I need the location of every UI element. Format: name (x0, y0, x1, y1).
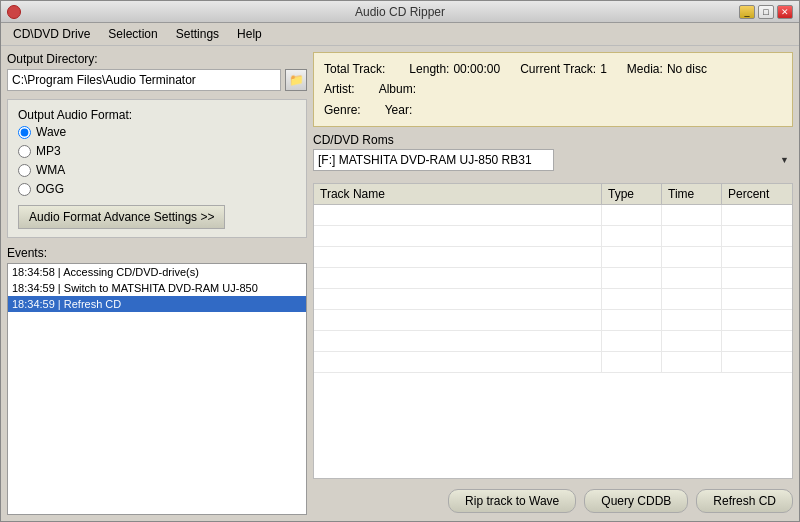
artist-field: Artist: (324, 79, 359, 99)
output-dir-section: Output Directory: 📁 (7, 52, 307, 91)
current-track-value: 1 (600, 59, 607, 79)
output-dir-input[interactable] (7, 69, 281, 91)
radio-mp3: MP3 (18, 144, 296, 158)
ogg-label: OGG (36, 182, 64, 196)
media-value: No disc (667, 59, 707, 79)
drive-select-row: [F:] MATSHITA DVD-RAM UJ-850 RB31 (313, 149, 793, 171)
table-row (314, 289, 792, 310)
event-item: 18:34:59 | Switch to MATSHITA DVD-RAM UJ… (8, 280, 306, 296)
adv-settings-button[interactable]: Audio Format Advance Settings >> (18, 205, 225, 229)
genre-label: Genre: (324, 100, 361, 120)
wave-label: Wave (36, 125, 66, 139)
main-content: Output Directory: 📁 Output Audio Format:… (1, 46, 799, 521)
radio-wma: WMA (18, 163, 296, 177)
length-field: Length: 00:00:00 (409, 59, 500, 79)
length-value: 00:00:00 (453, 59, 500, 79)
info-box: Total Track: Length: 00:00:00 Current Tr… (313, 52, 793, 127)
title-bar-left (7, 5, 21, 19)
table-row (314, 247, 792, 268)
events-section: Events: 18:34:58 | Accessing CD/DVD-driv… (7, 246, 307, 515)
audio-format-section: Output Audio Format: Wave MP3 WMA OGG (7, 99, 307, 238)
album-field: Album: (379, 79, 420, 99)
table-row (314, 268, 792, 289)
output-dir-label: Output Directory: (7, 52, 307, 66)
current-track-label: Current Track: (520, 59, 596, 79)
event-item-selected: 18:34:59 | Refresh CD (8, 296, 306, 312)
col-track-name: Track Name (314, 184, 602, 204)
year-label: Year: (385, 100, 413, 120)
query-cddb-button[interactable]: Query CDDB (584, 489, 688, 513)
window-title: Audio CD Ripper (355, 5, 445, 19)
genre-field: Genre: (324, 100, 365, 120)
radio-ogg: OGG (18, 182, 296, 196)
events-list: 18:34:58 | Accessing CD/DVD-drive(s) 18:… (7, 263, 307, 515)
track-table: Track Name Type Time Percent (313, 183, 793, 479)
year-field: Year: (385, 100, 417, 120)
wma-label: WMA (36, 163, 65, 177)
radio-wave: Wave (18, 125, 296, 139)
menu-bar: CD\DVD Drive Selection Settings Help (1, 23, 799, 46)
refresh-cd-button[interactable]: Refresh CD (696, 489, 793, 513)
event-item: 18:34:58 | Accessing CD/DVD-drive(s) (8, 264, 306, 280)
mp3-label: MP3 (36, 144, 61, 158)
media-field: Media: No disc (627, 59, 707, 79)
info-row-3: Genre: Year: (324, 100, 782, 120)
output-dir-row: 📁 (7, 69, 307, 91)
col-percent: Percent (722, 184, 792, 204)
rip-track-button[interactable]: Rip track to Wave (448, 489, 576, 513)
total-track-field: Total Track: (324, 59, 389, 79)
info-row-2: Artist: Album: (324, 79, 782, 99)
table-row (314, 352, 792, 373)
col-type: Type (602, 184, 662, 204)
left-panel: Output Directory: 📁 Output Audio Format:… (7, 52, 307, 515)
maximize-button[interactable]: □ (758, 5, 774, 19)
cd-roms-section: CD/DVD Roms [F:] MATSHITA DVD-RAM UJ-850… (313, 133, 793, 177)
format-label: Output Audio Format: (18, 108, 296, 122)
album-label: Album: (379, 79, 416, 99)
right-panel: Total Track: Length: 00:00:00 Current Tr… (313, 52, 793, 515)
browse-folder-button[interactable]: 📁 (285, 69, 307, 91)
current-track-field: Current Track: 1 (520, 59, 607, 79)
media-label: Media: (627, 59, 663, 79)
events-label: Events: (7, 246, 307, 260)
bottom-buttons: Rip track to Wave Query CDDB Refresh CD (313, 485, 793, 515)
table-row (314, 226, 792, 247)
title-bar: Audio CD Ripper _ □ ✕ (1, 1, 799, 23)
table-row (314, 205, 792, 226)
table-row (314, 310, 792, 331)
table-row (314, 331, 792, 352)
app-icon (7, 5, 21, 19)
artist-label: Artist: (324, 79, 355, 99)
menu-selection[interactable]: Selection (100, 25, 165, 43)
minimize-button[interactable]: _ (739, 5, 755, 19)
title-bar-controls: _ □ ✕ (739, 5, 793, 19)
drive-select-wrapper: [F:] MATSHITA DVD-RAM UJ-850 RB31 (313, 149, 793, 171)
total-track-label: Total Track: (324, 59, 385, 79)
drive-select[interactable]: [F:] MATSHITA DVD-RAM UJ-850 RB31 (313, 149, 554, 171)
close-button[interactable]: ✕ (777, 5, 793, 19)
menu-cd-dvd-drive[interactable]: CD\DVD Drive (5, 25, 98, 43)
menu-help[interactable]: Help (229, 25, 270, 43)
cd-roms-label: CD/DVD Roms (313, 133, 793, 147)
track-table-header: Track Name Type Time Percent (314, 184, 792, 205)
info-row-1: Total Track: Length: 00:00:00 Current Tr… (324, 59, 782, 79)
menu-settings[interactable]: Settings (168, 25, 227, 43)
length-label: Length: (409, 59, 449, 79)
main-window: Audio CD Ripper _ □ ✕ CD\DVD Drive Selec… (0, 0, 800, 522)
col-time: Time (662, 184, 722, 204)
